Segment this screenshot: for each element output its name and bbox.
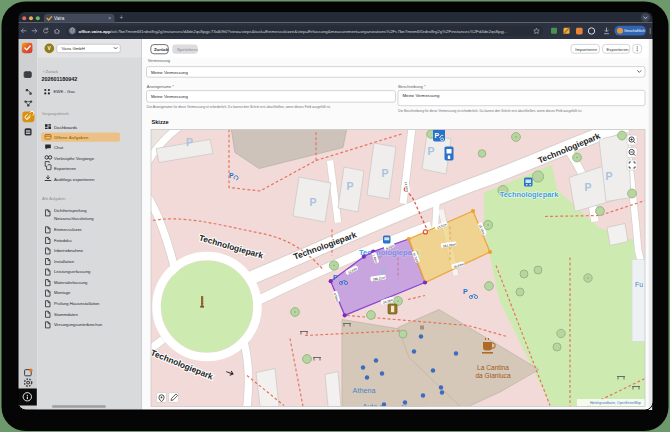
svg-text:Exportieren: Exportieren [607, 47, 630, 52]
svg-text:Importieren: Importieren [575, 47, 597, 52]
svg-text:da Gianluca: da Gianluca [475, 372, 511, 379]
svg-text:Versorgungsunterbrechun: Versorgungsunterbrechun [54, 322, 103, 327]
svg-text:Beschreibung *: Beschreibung * [398, 84, 426, 89]
svg-text:Anzeigename *: Anzeigename * [147, 84, 175, 89]
svg-text:Die Beschreibung für diese Ver: Die Beschreibung für diese Vermessung is… [398, 109, 582, 113]
svg-text:Alle Aufgaben: Alle Aufgaben [42, 197, 65, 201]
svg-text:Chat: Chat [54, 145, 64, 150]
svg-text:Einmessskizze: Einmessskizze [54, 227, 82, 232]
svg-text:Der Anzeigename für diese Verm: Der Anzeigename für diese Vermessung ist… [147, 105, 331, 109]
svg-text:Meine Vermessung: Meine Vermessung [151, 94, 188, 99]
svg-text:P: P [427, 145, 434, 157]
svg-text:‹ Zurück: ‹ Zurück [43, 69, 59, 74]
svg-text:Fotodoku: Fotodoku [54, 238, 72, 243]
svg-text:Offene Aufgaben: Offene Aufgaben [54, 135, 89, 140]
svg-text:Meine Vermessung: Meine Vermessung [403, 93, 440, 98]
svg-text:P: P [229, 172, 234, 179]
svg-text:P: P [186, 136, 193, 148]
svg-text:Dichtheitsprüfung: Dichtheitsprüfung [54, 208, 87, 213]
svg-text:P: P [381, 167, 388, 179]
svg-text:Athena: Athena [353, 386, 376, 395]
svg-text:Technologiepark: Technologiepark [500, 190, 559, 199]
svg-text:P: P [463, 288, 468, 295]
svg-text:P: P [605, 170, 612, 182]
svg-text:P: P [346, 180, 353, 192]
svg-text:Vorgangsdetails: Vorgangsdetails [42, 112, 69, 116]
svg-text:Leistungserfassung: Leistungserfassung [54, 269, 91, 274]
svg-text:+: + [120, 14, 124, 21]
svg-text:Zurück: Zurück [154, 47, 169, 52]
svg-text:Speichern: Speichern [177, 47, 198, 52]
svg-text:Installation: Installation [54, 259, 75, 264]
svg-text:Skizze: Skizze [152, 119, 169, 125]
svg-text:Meine Vermessung: Meine Vermessung [151, 70, 188, 75]
svg-text:Prüfung Hausinstallation: Prüfung Hausinstallation [54, 301, 100, 306]
svg-text:×: × [108, 15, 111, 21]
svg-text:Stammdaten: Stammdaten [54, 312, 78, 317]
svg-text:Vermessung: Vermessung [148, 58, 170, 63]
svg-text:Auditlogs exportieren: Auditlogs exportieren [54, 177, 95, 182]
svg-text:P: P [333, 274, 338, 281]
svg-text:Geschäftlich: Geschäftlich [624, 29, 645, 33]
svg-text:La Cantina: La Cantina [477, 364, 509, 371]
svg-text:Montage: Montage [54, 290, 71, 295]
svg-text:Vaira: Vaira [54, 16, 65, 21]
svg-text:Verknüpfte Vorgänge: Verknüpfte Vorgänge [54, 156, 95, 161]
svg-text:office.vaira.app/o/c7be7mnm6f1: office.vaira.app/o/c7be7mnm6f1rdro8rg2g/… [79, 29, 508, 34]
svg-text:Exportieren: Exportieren [54, 166, 77, 171]
svg-text:P: P [584, 181, 591, 193]
svg-text:EWE - Gas: EWE - Gas [54, 89, 76, 94]
svg-text:202601180942: 202601180942 [42, 76, 78, 82]
svg-text:Vaira GmbH: Vaira GmbH [62, 46, 85, 51]
svg-text:Materialerfassung: Materialerfassung [54, 280, 88, 285]
svg-text:Inbetriebnahme: Inbetriebnahme [54, 248, 84, 253]
svg-text:Netzanschlussleitung: Netzanschlussleitung [54, 216, 94, 221]
svg-text:Hintergrundkarte, OpenStreetMa: Hintergrundkarte, OpenStreetMap [590, 401, 641, 405]
svg-text:P: P [309, 196, 316, 208]
svg-text:Fu: Fu [635, 281, 643, 288]
svg-text:P: P [435, 132, 440, 139]
svg-text:Dashboards: Dashboards [54, 125, 77, 130]
